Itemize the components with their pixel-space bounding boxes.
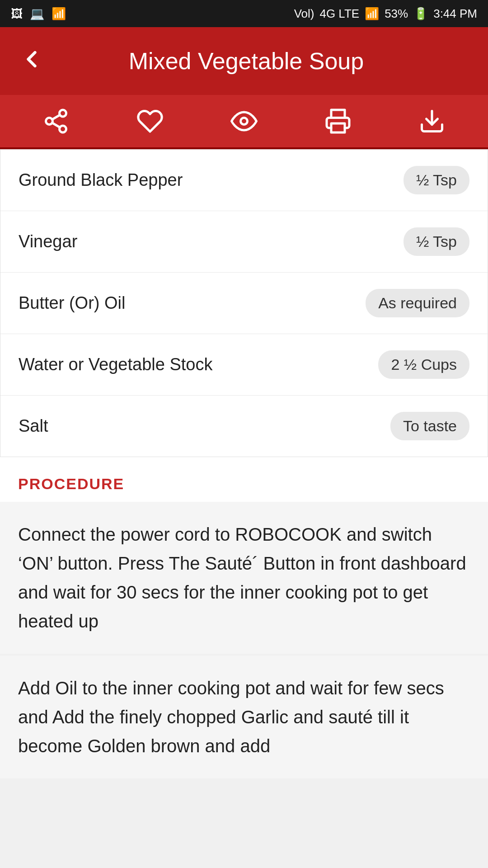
- svg-line-3: [52, 123, 60, 127]
- ingredient-name: Salt: [19, 416, 48, 436]
- ingredient-name: Vinegar: [19, 232, 77, 251]
- ingredient-amount: To taste: [390, 412, 469, 440]
- procedure-step-2: Add Oil to the inner cooking pot and wai…: [0, 656, 488, 778]
- battery-icon: 🔋: [413, 7, 428, 21]
- ingredient-amount: As required: [366, 289, 469, 317]
- time-display: 3:44 PM: [433, 7, 477, 21]
- image-icon: 🖼: [11, 7, 23, 21]
- status-bar: 🖼 💻 📶 Vol) 4G LTE 📶 53% 🔋 3:44 PM: [0, 0, 488, 27]
- ingredient-amount: ½ Tsp: [404, 227, 469, 256]
- app-header: Mixed Vegetable Soup: [0, 27, 488, 95]
- ingredient-row: Water or Vegetable Stock 2 ½ Cups: [0, 334, 488, 396]
- ingredient-name: Ground Black Pepper: [19, 170, 183, 190]
- favorite-button[interactable]: [132, 103, 168, 139]
- procedure-label: PROCEDURE: [0, 457, 488, 502]
- signal-bars: 📶: [365, 7, 379, 21]
- svg-point-5: [241, 118, 248, 125]
- back-button[interactable]: [18, 46, 45, 76]
- ingredient-row: Salt To taste: [0, 396, 488, 457]
- ingredient-name: Water or Vegetable Stock: [19, 355, 213, 374]
- lte-indicator: 4G LTE: [319, 7, 359, 21]
- toolbar: [0, 95, 488, 149]
- procedure-step-1: Connect the power cord to ROBOCOOK and s…: [0, 502, 488, 654]
- ingredient-amount: 2 ½ Cups: [378, 350, 469, 379]
- ingredient-amount: ½ Tsp: [404, 166, 469, 194]
- ingredients-section: Ground Black Pepper ½ Tsp Vinegar ½ Tsp …: [0, 149, 488, 457]
- view-button[interactable]: [226, 103, 262, 139]
- battery-percent: 53%: [385, 7, 408, 21]
- ingredient-row: Ground Black Pepper ½ Tsp: [0, 150, 488, 211]
- page-title: Mixed Vegetable Soup: [59, 47, 434, 75]
- wifi-icon: 📶: [52, 7, 66, 21]
- vol-indicator: Vol): [294, 7, 314, 21]
- print-button[interactable]: [320, 103, 356, 139]
- status-bar-right: Vol) 4G LTE 📶 53% 🔋 3:44 PM: [294, 7, 477, 21]
- status-bar-left: 🖼 💻 📶: [11, 7, 66, 21]
- download-button[interactable]: [414, 103, 450, 139]
- share-button[interactable]: [38, 103, 74, 139]
- ingredient-name: Butter (Or) Oil: [19, 293, 125, 313]
- ingredient-row: Vinegar ½ Tsp: [0, 211, 488, 273]
- ingredient-row: Butter (Or) Oil As required: [0, 273, 488, 334]
- svg-line-4: [52, 115, 60, 119]
- laptop-icon: 💻: [30, 7, 44, 21]
- svg-rect-6: [331, 123, 345, 132]
